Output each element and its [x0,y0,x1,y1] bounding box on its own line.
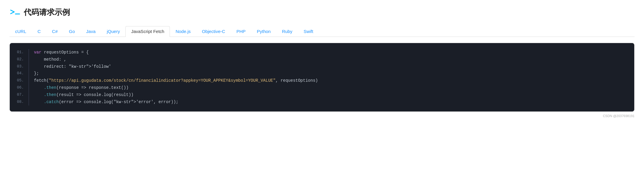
line-number: 04. [10,70,29,77]
tab-jquery[interactable]: jQuery [101,26,125,37]
page-header: 代码请求示例 [9,7,635,18]
tab-swift[interactable]: Swift [298,26,319,37]
tab-php[interactable]: PHP [231,26,251,37]
code-table: 01.var requestOptions = {02. method: ,03… [10,49,634,106]
page-title: 代码请求示例 [24,7,70,18]
line-code: .catch(error => console.log("kw-str">'er… [29,99,634,106]
line-number: 05. [10,77,29,84]
line-number: 07. [10,92,29,99]
line-code: var requestOptions = { [29,49,634,56]
line-number: 06. [10,84,29,92]
tab-objective-c[interactable]: Objective-C [196,26,231,37]
tab-curl[interactable]: cURL [9,26,32,37]
table-row: 01.var requestOptions = { [10,49,634,56]
tabs-bar: cURLCC#GoJavajQueryJavaScript FetchNode.… [9,26,635,37]
line-code: .then(result => console.log(result)) [29,92,634,99]
table-row: 07. .then(result => console.log(result)) [10,92,634,99]
table-row: 02. method: , [10,56,634,63]
line-code: redirect: "kw-str">'follow' [29,63,634,70]
line-number: 01. [10,49,29,56]
line-number: 08. [10,99,29,106]
table-row: 03. redirect: "kw-str">'follow' [10,63,634,70]
line-code: }; [29,70,634,77]
tab-ruby[interactable]: Ruby [276,26,298,37]
tab-nodejs[interactable]: Node.js [170,26,196,37]
code-container: 01.var requestOptions = {02. method: ,03… [9,43,635,112]
tab-python[interactable]: Python [251,26,276,37]
tab-c[interactable]: C [32,26,47,37]
table-row: 06. .then(response => response.text()) [10,84,634,92]
watermark: CSDN @2037698191 [9,114,635,118]
tab-csharp[interactable]: C# [46,26,63,37]
tab-java[interactable]: Java [81,26,101,37]
table-row: 08. .catch(error => console.log("kw-str"… [10,99,634,106]
line-code: .then(response => response.text()) [29,84,634,92]
tab-go[interactable]: Go [63,26,81,37]
table-row: 05.fetch("https://api.gugudata.com/stock… [10,77,634,84]
terminal-icon [9,8,20,17]
table-row: 04.}; [10,70,634,77]
line-code: method: , [29,56,634,63]
line-code: fetch("https://api.gugudata.com/stock/cn… [29,77,634,84]
line-number: 03. [10,63,29,70]
tab-javascript-fetch[interactable]: JavaScript Fetch [125,26,170,37]
line-number: 02. [10,56,29,63]
